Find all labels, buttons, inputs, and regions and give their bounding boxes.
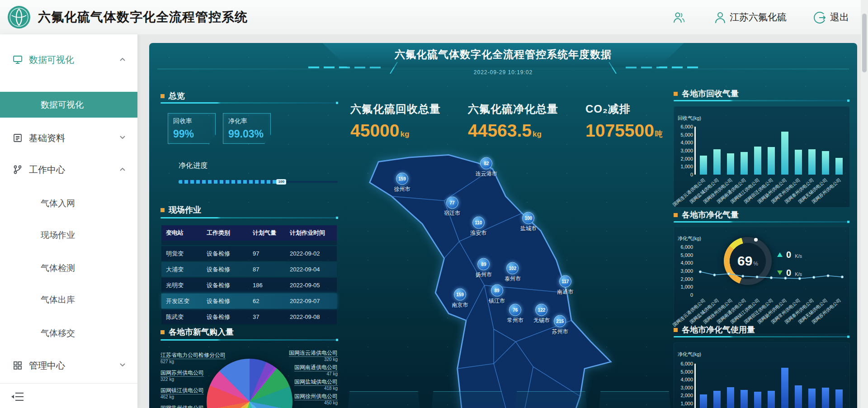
logout-button[interactable]: 退出 xyxy=(830,0,849,34)
legend-value: 47 kg xyxy=(265,371,338,376)
sidebar-item-data-visualization[interactable]: 数据可视化 xyxy=(0,51,137,69)
site-work-table: 变电站 工作类别 计划气量 计划作业时间 明觉变设备检修972022-09-02… xyxy=(161,225,337,324)
axis-tick-label: 2,000 xyxy=(674,276,693,282)
sidebar-subitem-gas-transfer[interactable]: 气体移交 xyxy=(0,324,137,342)
list-icon xyxy=(13,133,23,143)
bar xyxy=(822,151,829,175)
stat-purified-total: 六氟化硫净化总量 44563.5kg xyxy=(468,102,581,141)
sidebar-subitem-gas-network[interactable]: 气体入网 xyxy=(0,195,137,213)
table-row-partial xyxy=(161,241,337,245)
legend-value: 450 kg xyxy=(265,400,338,405)
table-cell: 大浦变 xyxy=(161,262,202,277)
table-cell: 陈武变 xyxy=(161,309,202,324)
bar xyxy=(795,385,802,408)
data-point xyxy=(699,270,701,273)
data-point xyxy=(713,274,716,276)
collapse-sidebar-icon[interactable] xyxy=(11,391,24,403)
bottom-card-3 xyxy=(513,391,589,408)
chevron-up-icon xyxy=(119,57,126,62)
bottom-card-1 xyxy=(346,391,422,408)
data-point xyxy=(742,275,744,277)
chevron-up-icon xyxy=(119,167,126,171)
sidebar-subitem-data-visualization[interactable]: 数据可视化 xyxy=(0,92,137,118)
legend-item: 国网常州供电公司322 kg xyxy=(160,403,233,408)
section-bullet xyxy=(160,208,165,212)
data-point xyxy=(727,273,730,275)
sidebar-subitem-gas-testing[interactable]: 气体检测 xyxy=(0,259,137,277)
bar xyxy=(713,391,721,408)
axis-tick-label: 4,000 xyxy=(674,377,693,382)
dashboard-datetime: 2022-09-29 10:19:02 xyxy=(474,69,533,76)
bottom-card-2 xyxy=(429,391,505,408)
table-row: 陈武变设备检修372022-09-08 xyxy=(161,309,337,324)
legend-item: 国网南京供电公司420 kg xyxy=(265,406,338,408)
progress-badge: 100 xyxy=(276,179,286,185)
table-cell: 2022-09-04 xyxy=(285,262,337,277)
legend-item: 国网镇江供电公司462 kg xyxy=(160,386,233,399)
grid-icon xyxy=(13,361,23,370)
section-recovered-gas: 各地市回收气量 xyxy=(674,88,739,99)
sidebar-subitem-gas-outbound[interactable]: 气体出库 xyxy=(0,291,137,309)
left-column: 总览 回收率 99% 净化率 99.03% 净化进度 100 现场作业 xyxy=(160,90,338,408)
axis-tick-label: 5,000 xyxy=(674,132,693,138)
legend-name: 国网苏州供电公司 xyxy=(160,370,204,377)
table-row: 大浦变设备检修872022-09-04 xyxy=(161,262,337,277)
purification-progress-label: 净化进度 xyxy=(179,161,208,171)
page-scrollbar[interactable] xyxy=(861,0,868,408)
legend-value: 418 kg xyxy=(265,386,338,391)
province-shape xyxy=(365,141,628,408)
app-title: 六氟化硫气体数字化全流程管控系统 xyxy=(38,0,248,34)
bar xyxy=(781,132,788,175)
axis-tick-label: 1,000 xyxy=(674,284,693,289)
table-cell: 2022-09-02 xyxy=(285,246,337,261)
stat-recovered-total: 六氟化硫回收总量 45000kg xyxy=(350,102,463,141)
section-bullet xyxy=(674,213,678,217)
section-purified-gas: 各地市净化气量 xyxy=(674,209,739,220)
branch-icon xyxy=(13,165,23,175)
table-cell: 87 xyxy=(248,262,285,277)
section-underline xyxy=(674,336,849,337)
section-bullet xyxy=(160,330,165,334)
data-point xyxy=(770,276,772,279)
section-underline xyxy=(674,100,849,101)
section-bullet xyxy=(674,328,678,332)
scrollbar-thumb[interactable] xyxy=(862,14,867,72)
axis-tick-label: 0 xyxy=(674,292,693,298)
bar xyxy=(768,391,775,408)
sidebar-divider xyxy=(0,383,137,384)
section-underline xyxy=(160,217,338,218)
legend-item: 国网徐州供电公司450 kg xyxy=(265,392,338,405)
bar xyxy=(822,388,829,408)
sidebar-item-management-center[interactable]: 管理中心 xyxy=(0,356,137,375)
right-column: 各地市回收气量 回收气(kg) 6,0005,0004,0003,0002,00… xyxy=(674,88,849,408)
sidebar-subitem-site-work[interactable]: 现场作业 xyxy=(0,226,137,244)
bar xyxy=(808,389,816,408)
table-header-row: 变电站 工作类别 计划气量 计划作业时间 xyxy=(161,225,337,241)
logout-icon[interactable] xyxy=(813,11,826,24)
sidebar-item-work-center[interactable]: 工作中心 xyxy=(0,161,137,179)
legend-name: 江苏省电力公司检修分公司 xyxy=(160,352,226,359)
bar xyxy=(713,149,721,175)
legend-value: 320 kg xyxy=(265,357,338,362)
axis-tick-label: 1,000 xyxy=(674,164,693,169)
table-cell: 2022-09-08 xyxy=(285,309,337,324)
users-group-icon[interactable] xyxy=(672,11,686,24)
legend-value: 322 kg xyxy=(160,377,233,382)
table-cell: 186 xyxy=(248,278,285,293)
axis-tick-label: 4,000 xyxy=(674,260,693,266)
gauge-knob xyxy=(754,238,758,242)
user-icon[interactable] xyxy=(713,11,727,24)
section-bullet xyxy=(160,94,165,98)
axis-tick-label: 3,000 xyxy=(674,385,693,390)
table-cell: 设备检修 xyxy=(202,309,248,324)
state-grid-logo-icon xyxy=(7,5,31,29)
section-bullet xyxy=(674,92,678,96)
chevron-down-icon xyxy=(119,363,126,367)
table-cell: 设备检修 xyxy=(202,278,248,293)
section-new-gas-purchase: 各地市新气购入量 xyxy=(160,327,234,337)
axis-tick-label: 6,000 xyxy=(674,244,693,250)
recovery-rate-card: 回收率 99% xyxy=(168,113,216,144)
sidebar-item-basic-data[interactable]: 基础资料 xyxy=(0,129,137,147)
bar xyxy=(768,147,775,175)
axis-tick-label: 4,000 xyxy=(674,140,693,145)
